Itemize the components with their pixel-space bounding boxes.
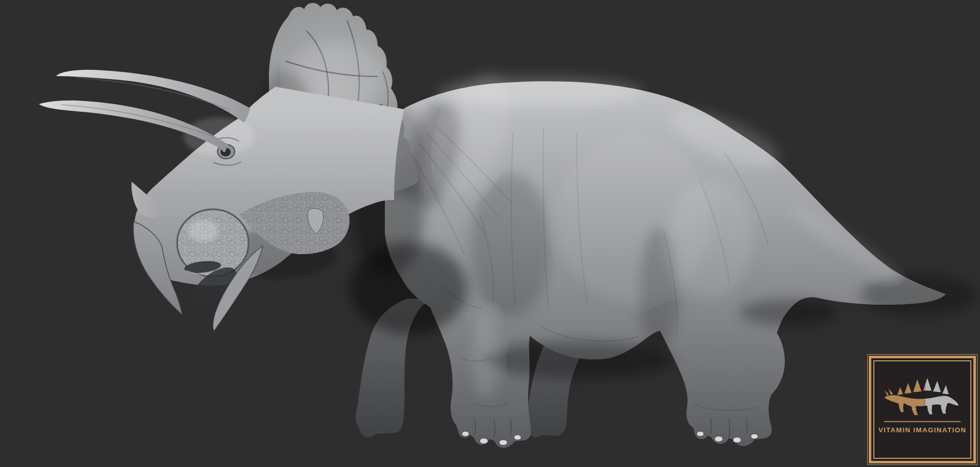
render-viewport: VITAMIN IMAGINATION xyxy=(0,0,980,467)
brand-badge: VITAMIN IMAGINATION xyxy=(867,354,977,465)
badge-border: VITAMIN IMAGINATION xyxy=(869,356,976,463)
triceratops-sculpt xyxy=(0,0,980,467)
badge-panel: VITAMIN IMAGINATION xyxy=(873,360,971,459)
stegosaurus-icon xyxy=(879,374,965,416)
brow-horns xyxy=(39,70,250,151)
brand-divider xyxy=(884,421,961,422)
brand-name: VITAMIN IMAGINATION xyxy=(878,427,967,434)
